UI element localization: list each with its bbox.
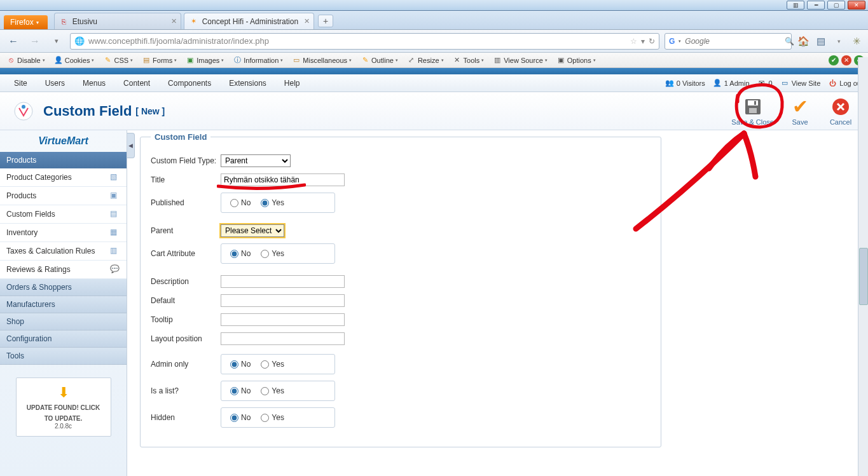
vertical-scrollbar[interactable] [858, 57, 868, 476]
search-input[interactable] [685, 37, 781, 46]
sidebar-cat-orders[interactable]: Orders & Shoppers [0, 279, 127, 296]
status-messages[interactable]: ✉0 [757, 79, 773, 88]
sidebar-item-reviews[interactable]: Reviews & Ratings💬 [0, 261, 127, 279]
close-tab-icon[interactable]: ✕ [171, 17, 177, 25]
sidebar-collapse-handle[interactable]: ◀ [127, 133, 135, 158]
devbar-forms[interactable]: ▤Forms▾ [139, 55, 179, 66]
dropdown-icon[interactable]: ▾ [679, 39, 681, 44]
radio-published-yes[interactable]: Yes [261, 198, 284, 207]
cancel-button[interactable]: Cancel [826, 97, 855, 126]
reload-dropdown[interactable]: ▾ [48, 33, 65, 50]
page-subtitle: [ New ] [135, 106, 165, 116]
menu-components[interactable]: Components [159, 79, 220, 88]
tab-etusivu[interactable]: ⎘ Etusivu ✕ [54, 13, 181, 29]
virtuemart-text-logo[interactable]: VirtueMart [0, 130, 127, 152]
admin-menu: Site Users Menus Content Components Exte… [0, 74, 868, 92]
search-icon[interactable]: 🔍 [785, 37, 794, 46]
label-published: Published [151, 198, 221, 207]
input-title[interactable] [221, 173, 345, 186]
devbar-tools[interactable]: ✕Tools▾ [450, 55, 487, 66]
menu-site[interactable]: Site [5, 79, 36, 88]
close-tab-icon[interactable]: ✕ [304, 17, 310, 25]
radio-islist-yes[interactable]: Yes [261, 386, 284, 395]
save-label: Save [792, 118, 808, 126]
maximize-button[interactable]: ▢ [827, 1, 845, 10]
update-notification[interactable]: ⬇ UPDATE FOUND! CLICK TO UPDATE. 2.0.8c [16, 377, 111, 437]
input-layout-position[interactable] [221, 332, 345, 345]
url-input[interactable] [88, 36, 626, 46]
search-bar[interactable]: G ▾ 🔍 [665, 33, 792, 50]
dropdown-icon[interactable]: ▾ [832, 35, 845, 48]
sidebar-item-product-categories[interactable]: Product Categories▧ [0, 168, 127, 187]
devbar-css[interactable]: ✎CSS▾ [100, 55, 135, 66]
devbar-outline[interactable]: ✎Outline▾ [358, 55, 401, 66]
os-titlebar: ▥ ━ ▢ ✕ [0, 0, 868, 11]
radio-islist-no[interactable]: No [230, 386, 251, 395]
select-parent[interactable]: Please Select [221, 224, 284, 237]
devbar-options[interactable]: ▣Options▾ [554, 55, 598, 66]
menu-help[interactable]: Help [275, 79, 309, 88]
radio-adminonly-yes[interactable]: Yes [261, 360, 284, 369]
devbar-disable[interactable]: ⦸Disable▾ [4, 55, 48, 66]
radio-hidden-no[interactable]: No [230, 413, 251, 422]
main-content: Custom Field Custom Field Type: Parent T… [127, 130, 868, 476]
input-tooltip[interactable] [221, 313, 345, 326]
devbar-information[interactable]: ⓘInformation▾ [230, 55, 286, 66]
new-tab-button[interactable]: + [318, 15, 333, 27]
back-button[interactable]: ← [5, 33, 22, 50]
input-description[interactable] [221, 275, 345, 288]
menu-users[interactable]: Users [36, 79, 74, 88]
radio-cartattr-no[interactable]: No [230, 249, 251, 258]
sidebar-item-inventory[interactable]: Inventory▦ [0, 224, 127, 242]
radio-hidden-yes[interactable]: Yes [261, 413, 284, 422]
save-close-button[interactable]: Save & Close [731, 97, 774, 126]
radio-group-admin-only: No Yes [221, 354, 335, 374]
devbar-images[interactable]: ▣Images▾ [183, 55, 226, 66]
sidebar-item-taxes[interactable]: Taxes & Calculation Rules▥ [0, 242, 127, 261]
label-hidden: Hidden [151, 413, 221, 422]
tab-concepthifi[interactable]: ✶ Concept Hifi - Administration ✕ [184, 13, 314, 29]
devbar-viewsource[interactable]: ▥View Source▾ [490, 55, 550, 66]
sidebar-cat-manufacturers[interactable]: Manufacturers [0, 296, 127, 313]
radio-adminonly-no[interactable]: No [230, 360, 251, 369]
status-admin[interactable]: 👤1 Admin [713, 79, 750, 88]
dropdown-icon[interactable]: ▾ [641, 37, 645, 46]
sidebar-cat-shop[interactable]: Shop [0, 313, 127, 330]
status-visitors[interactable]: 👥0 Visitors [665, 79, 705, 88]
scrollbar-thumb[interactable] [859, 248, 868, 305]
save-button[interactable]: ✔ Save [785, 97, 815, 126]
sidebar-cat-configuration[interactable]: Configuration [0, 330, 127, 348]
site-identity-icon[interactable]: 🌐 [74, 36, 85, 46]
feed-icon[interactable]: ▤ [815, 35, 827, 48]
label-default: Default [151, 296, 221, 305]
devbar-resize[interactable]: ⤢Resize▾ [404, 55, 446, 66]
reload-icon[interactable]: ↻ [649, 37, 655, 46]
menu-menus[interactable]: Menus [74, 79, 114, 88]
label-layout-position: Layout position [151, 334, 221, 343]
menu-extensions[interactable]: Extensions [220, 79, 275, 88]
devbar-cookies[interactable]: 👤Cookies▾ [52, 55, 97, 66]
radio-published-no[interactable]: No [230, 198, 251, 207]
sidebar-section-products[interactable]: Products [0, 152, 127, 168]
status-ok-icon[interactable]: ✔ [829, 55, 839, 65]
sidebar-item-custom-fields[interactable]: Custom Fields▤ [0, 205, 127, 224]
bookmark-star-icon[interactable]: ☆ [630, 37, 637, 46]
firefox-menu-button[interactable]: Firefox ▾ [4, 15, 48, 29]
home-button[interactable]: 🏠 [797, 35, 809, 48]
devbar-miscellaneous[interactable]: ▭Miscellaneous▾ [289, 55, 354, 66]
close-window-button[interactable]: ✕ [848, 1, 865, 10]
sidebar-item-products[interactable]: Products▣ [0, 187, 127, 205]
address-bar[interactable]: 🌐 ☆ ▾ ↻ [70, 33, 659, 50]
menu-content[interactable]: Content [114, 79, 159, 88]
svg-rect-4 [749, 108, 757, 113]
titlebar-tile-icon[interactable]: ▥ [787, 1, 804, 10]
label-type: Custom Field Type: [151, 156, 221, 165]
status-error-icon[interactable]: ✕ [841, 55, 851, 65]
select-custom-field-type[interactable]: Parent [221, 154, 291, 167]
sidebar-cat-tools[interactable]: Tools [0, 348, 127, 365]
addon-icon[interactable]: ✳ [850, 35, 863, 48]
input-default[interactable] [221, 294, 345, 307]
radio-cartattr-yes[interactable]: Yes [261, 249, 284, 258]
minimize-button[interactable]: ━ [807, 1, 825, 10]
link-view-site[interactable]: ▭View Site [780, 79, 821, 88]
